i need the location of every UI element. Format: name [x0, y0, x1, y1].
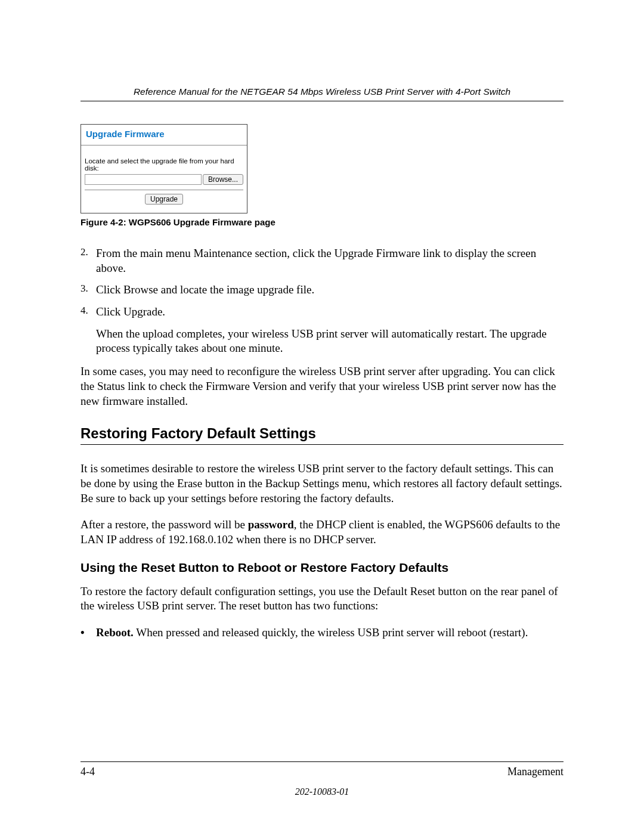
figure-caption: Figure 4-2: WGPS606 Upgrade Firmware pag… [80, 217, 564, 227]
upgrade-button[interactable]: Upgrade [145, 194, 183, 205]
bullet-dot: • [80, 625, 96, 640]
bullet-bold-lead: Reboot. [96, 626, 134, 639]
body-paragraph: To restore the factory default configura… [80, 584, 564, 614]
upgrade-firmware-screenshot: Upgrade Firmware Locate and select the u… [80, 124, 247, 213]
step-number: 2. [80, 246, 96, 275]
bullet-list: • Reboot. When pressed and released quic… [80, 625, 564, 640]
step-text: Click Browse and locate the image upgrad… [96, 283, 314, 298]
step-number: 4. [80, 305, 96, 320]
chapter-name: Management [507, 766, 564, 778]
bold-password: password [248, 518, 294, 531]
page-number: 4-4 [80, 766, 95, 778]
step-text: Click Upgrade. [96, 305, 165, 320]
text-run: When pressed and released quickly, the w… [134, 626, 528, 639]
subsection-heading-reset-button: Using the Reset Button to Reboot or Rest… [80, 561, 564, 575]
body-paragraph: It is sometimes desirable to restore the… [80, 462, 564, 506]
page-footer: 4-4 Management [80, 761, 564, 778]
firmware-file-input[interactable] [85, 174, 202, 185]
browse-button[interactable]: Browse... [203, 174, 243, 185]
body-paragraph: In some cases, you may need to reconfigu… [80, 364, 564, 408]
body-paragraph: After a restore, the password will be pa… [80, 518, 564, 547]
bullet-text: Reboot. When pressed and released quickl… [96, 625, 528, 640]
section-heading-restore: Restoring Factory Default Settings [80, 425, 564, 445]
upgrade-firmware-title: Upgrade Firmware [81, 125, 247, 145]
step-text: From the main menu Maintenance section, … [96, 246, 564, 275]
text-run: After a restore, the password will be [80, 518, 248, 531]
instruction-steps: 2. From the main menu Maintenance sectio… [80, 246, 564, 320]
document-number: 202-10083-01 [0, 786, 644, 797]
step-continuation: When the upload completes, your wireless… [96, 327, 564, 356]
locate-instruction: Locate and select the upgrade file from … [85, 157, 243, 172]
step-number: 3. [80, 283, 96, 298]
running-header: Reference Manual for the NETGEAR 54 Mbps… [80, 86, 564, 101]
